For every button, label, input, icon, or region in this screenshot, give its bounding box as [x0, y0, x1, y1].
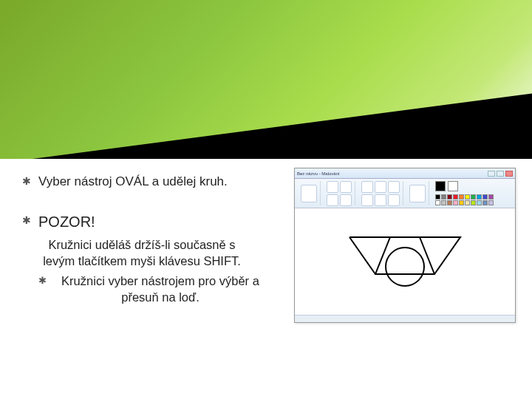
color-swatch — [488, 200, 494, 205]
color-swatch — [453, 194, 458, 200]
color-palette — [435, 194, 494, 205]
color2-icon — [448, 181, 458, 191]
paint-canvas — [295, 208, 515, 315]
color-swatch — [435, 194, 440, 200]
color-swatch — [441, 200, 446, 205]
content-area: ✱ Vyber nástroj OVÁL a udělej kruh. ✱ PO… — [0, 159, 532, 399]
bullet-star-icon: ✱ — [22, 174, 38, 189]
color-swatch — [453, 200, 458, 205]
paint-titlebar: Bez názvu - Malování — [295, 168, 515, 179]
bullet-star-icon: ✱ — [38, 273, 55, 305]
size-icon — [409, 185, 426, 202]
minimize-icon — [488, 171, 495, 177]
sub-bullet: ✱ Kružnici vyber nástrojem pro výběr a p… — [38, 273, 266, 305]
paint-title: Bez názvu - Malování — [297, 171, 340, 176]
color-swatch — [482, 200, 488, 205]
color-swatch — [459, 194, 464, 200]
ribbon-group-shapes — [358, 181, 403, 205]
shape-icon — [375, 181, 386, 193]
shape-icon — [361, 181, 373, 193]
color-swatch — [471, 194, 476, 200]
sub-text: Kružnici uděláš držíš-li současně s levý… — [31, 237, 253, 269]
boat-drawing — [342, 226, 468, 293]
paint-statusbar — [295, 315, 515, 322]
sub-bullet-text: Kružnici vyber nástrojem pro výběr a pře… — [55, 273, 266, 305]
paste-icon — [301, 185, 317, 202]
close-icon — [505, 171, 513, 177]
color1-icon — [435, 181, 446, 191]
bullet-item: ✱ POZOR! — [22, 213, 266, 231]
color-swatch — [465, 194, 470, 200]
color-swatch — [482, 194, 488, 200]
ribbon-group-clipboard — [298, 181, 321, 205]
select-tool-icon — [327, 181, 338, 193]
crop-tool-icon — [340, 181, 352, 193]
svg-line-1 — [420, 237, 434, 274]
color-swatch — [471, 200, 476, 205]
text-column: ✱ Vyber nástroj OVÁL a udělej kruh. ✱ PO… — [22, 174, 266, 305]
bullet-star-icon: ✱ — [22, 213, 38, 231]
maximize-icon — [497, 171, 504, 177]
color-swatch — [477, 194, 482, 200]
color-swatch — [435, 200, 440, 205]
color-swatch — [459, 200, 464, 205]
shape-icon — [361, 194, 373, 206]
ribbon-group-tools — [324, 181, 355, 205]
ribbon-group-colors — [432, 181, 497, 205]
color-swatch — [447, 200, 452, 205]
bullet-text: Vyber nástroj OVÁL a udělej kruh. — [38, 174, 266, 189]
svg-point-2 — [386, 248, 424, 286]
bullet-text-pozor: POZOR! — [38, 213, 266, 231]
color-swatch — [477, 200, 482, 205]
shape-icon — [388, 194, 400, 206]
paint-ribbon — [295, 179, 515, 208]
eraser-tool-icon — [340, 194, 352, 206]
bullet-item: ✱ Vyber nástroj OVÁL a udělej kruh. — [22, 174, 266, 189]
svg-line-0 — [375, 237, 390, 274]
shape-icon — [388, 181, 400, 193]
pencil-tool-icon — [327, 194, 338, 206]
color-swatch — [488, 194, 494, 200]
color-swatch — [441, 194, 446, 200]
color-swatch — [447, 194, 452, 200]
shape-icon — [375, 194, 386, 206]
header-banner — [0, 0, 532, 170]
ribbon-group-size — [406, 181, 429, 205]
color-swatch — [465, 200, 470, 205]
paint-screenshot: Bez názvu - Malování — [294, 168, 516, 323]
